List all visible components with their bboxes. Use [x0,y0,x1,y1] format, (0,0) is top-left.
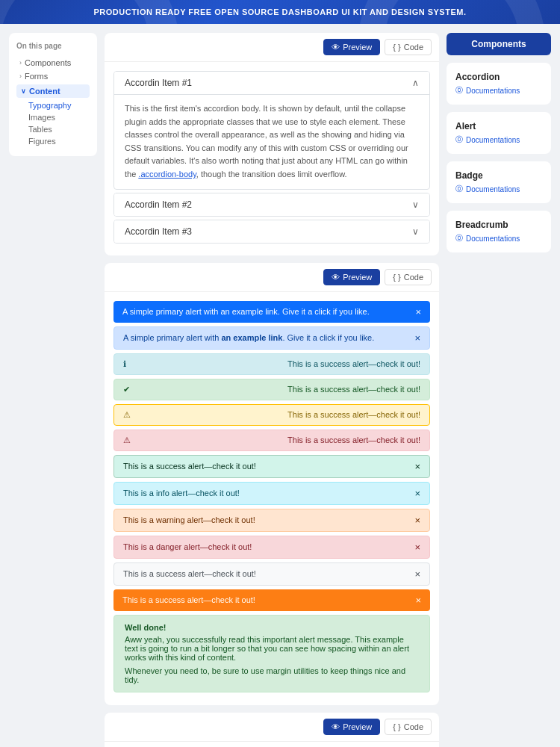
accordion-title-2: Accordin Item #2 [125,199,192,210]
chevron-down-icon: ∨ [412,226,419,237]
right-card-doc[interactable]: ⓪ Documentations [455,233,542,244]
alert-text: This is a warning alert—check it out! [123,515,255,524]
alert-body: A simple primary alert with an example l… [105,292,439,705]
alert-close-btn[interactable]: × [415,595,421,606]
alert-text: This is a success alert—check it out! [287,410,420,419]
right-card-doc[interactable]: ⓪ Documentations [455,184,542,194]
alert-text: This is a success alert—check it out! [122,595,255,604]
alert-success: ✔ This is a success alert—check it out! [113,379,430,400]
right-card-doc[interactable]: ⓪ Documentations [455,134,542,145]
alert-close-btn[interactable]: × [414,515,420,526]
alert-text: This is a info alert—check it out! [123,489,240,498]
sidebar-left: On this page › Components › Forms ∨ Cont… [9,33,97,156]
page-header: PRODUCTION READY FREE OPEN SOURCE DASHBO… [0,0,560,24]
right-card-title: Badge [455,170,542,181]
chevron-down-icon: ∨ [412,199,419,210]
alert-gray: This is a success alert—check it out! × [113,562,430,586]
accordion-header-3[interactable]: Accordin Item #3 ∨ [114,220,429,243]
right-card-doc[interactable]: ⓪ Documentations [455,85,542,96]
chevron-right-icon: › [19,59,22,66]
main-content: 👁 Preview { } Code Accordin Item #1 ∧ Th… [105,33,439,747]
accordion-header-2[interactable]: Accordin Item #2 ∨ [114,193,429,216]
accordion-title-3: Accordin Item #3 [125,226,192,237]
chevron-down-icon: ∨ [21,87,26,95]
accordion-preview-btn[interactable]: 👁 Preview [323,39,380,55]
chevron-up-icon: ∧ [412,78,419,88]
alert-close-btn[interactable]: × [414,542,420,553]
accordion-item-2: Accordin Item #2 ∨ [113,193,430,217]
alert-text: This is a danger alert—check it out! [123,542,252,551]
sidebar-title: On this page [16,42,90,50]
accordion-link: .accordion-body [138,170,196,179]
alert-danger-1: ⚠ This is a success alert—check it out! [113,430,430,451]
sidebar-item-label: Forms [25,72,48,81]
preview-label: Preview [343,722,372,731]
alert-close-btn[interactable]: × [414,488,420,499]
badge-preview-btn[interactable]: 👁 Preview [323,719,380,735]
accordion-text-1: This is the first item's accordion body.… [125,104,408,179]
preview-label: Preview [343,273,372,282]
alert-orange-solid: This is a success alert—check it out! × [113,589,430,611]
alert-text: A simple primary alert with an example l… [123,333,374,342]
alert-text: This is a success alert—check it out! [123,462,256,471]
check-icon: ✔ [123,385,130,394]
circle-info-icon: ⓪ [455,134,463,145]
eye-icon: 👁 [332,722,340,731]
alert-text: This is a success alert—check it out! [287,436,420,444]
alert-close-btn[interactable]: × [414,461,420,472]
alert-text: This is a success alert—check it out! [287,385,420,394]
alert-primary: A simple primary alert with an example l… [113,301,430,323]
sidebar-right: Components Accordion ⓪ Documentations Al… [447,33,551,252]
header-text: PRODUCTION READY FREE OPEN SOURCE DASHBO… [93,7,466,16]
alert-text: Aww yeah, you successfully read this imp… [125,635,419,662]
alert-text: A simple primary alert with an example l… [122,307,370,316]
badge-code-btn[interactable]: { } Code [385,719,432,735]
doc-label: Documentations [466,136,520,144]
accordion-text-2: , though the transition does limit overf… [196,170,347,179]
code-icon: { } [393,43,400,52]
code-label: Code [404,722,423,731]
alert-close-btn[interactable]: × [415,306,421,317]
alert-close-btn[interactable]: × [414,332,420,344]
accordion-body-1: This is the first item's accordion body.… [114,94,429,189]
accordion-title-1: Accordin Item #1 [125,78,192,88]
alert-orange: This is a warning alert—check it out! × [113,509,430,532]
right-card-title: Breadcrumb [455,220,542,230]
sidebar-sub-tables[interactable]: Tables [16,123,90,135]
right-sidebar-header: Components [447,33,551,55]
alert-teal: This is a success alert—check it out! × [113,455,430,478]
alert-card: 👁 Preview { } Code A simple primary aler… [105,263,439,705]
alert-cyan: This is a info alert—check it out! × [113,482,430,505]
right-card-title: Alert [455,121,542,131]
accordion-body: Accordin Item #1 ∧ This is the first ite… [105,62,439,255]
alert-info: ℹ This is a success alert—check it out! [113,353,430,375]
badge-toolbar: 👁 Preview { } Code [105,713,439,742]
alert-success-box: Well done! Aww yeah, you successfully re… [113,615,430,692]
code-icon: { } [393,722,400,731]
accordion-item-3: Accordin Item #3 ∨ [113,220,430,244]
right-card-badge: Badge ⓪ Documentations [447,161,551,203]
sidebar-item-content[interactable]: ∨ Content [16,84,90,98]
sidebar-sub-typography[interactable]: Typography [16,99,90,111]
sidebar-item-label: Content [29,87,60,96]
accordion-card: 👁 Preview { } Code Accordin Item #1 ∧ Th… [105,33,439,255]
code-label: Code [404,43,423,52]
doc-label: Documentations [466,87,520,95]
accordion-code-btn[interactable]: { } Code [385,39,432,55]
alert-close-btn[interactable]: × [414,568,420,580]
sidebar-item-forms[interactable]: › Forms [16,69,90,83]
alert-text: This is a success alert—check it out! [287,359,420,368]
warning-icon: ⚠ [123,436,131,445]
alert-code-btn[interactable]: { } Code [385,269,432,285]
code-label: Code [404,273,423,282]
accordion-header-1[interactable]: Accordin Item #1 ∧ [114,72,429,94]
code-icon: { } [393,273,400,282]
sidebar-item-components[interactable]: › Components [16,56,90,69]
circle-info-icon: ⓪ [455,233,463,244]
alert-preview-btn[interactable]: 👁 Preview [323,269,380,285]
sidebar-sub-figures[interactable]: Figures [16,135,90,147]
sidebar-sub-images[interactable]: Images [16,111,90,123]
eye-icon: 👁 [332,43,340,52]
alert-primary-outline: A simple primary alert with an example l… [113,326,430,350]
circle-info-icon: ⓪ [455,85,463,96]
